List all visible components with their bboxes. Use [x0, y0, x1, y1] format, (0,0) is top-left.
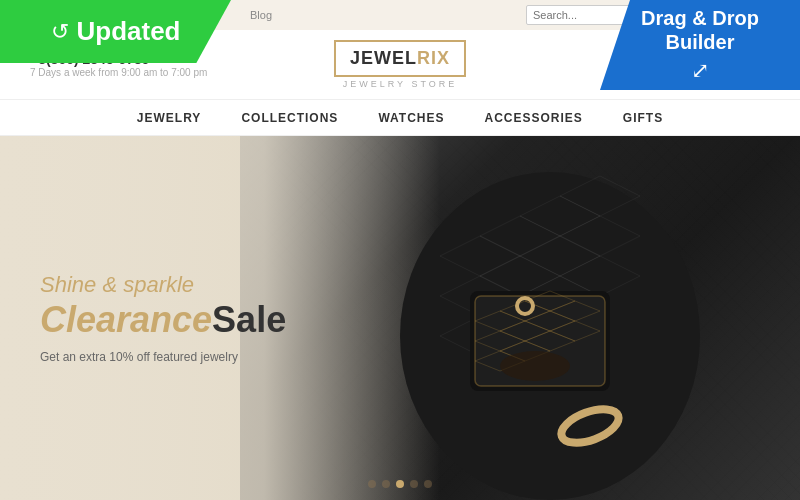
logo-text-accent: RIX [417, 48, 450, 69]
logo-subtitle: Jewelry store [343, 79, 458, 89]
phone-hours: 7 Days a week from 9:00 am to 7:00 pm [30, 67, 207, 78]
hero-headline: ClearanceSale [40, 302, 286, 338]
hero-headline-sale: Sale [212, 299, 286, 340]
hero-section: Shine & sparkle ClearanceSale Get an ext… [0, 136, 800, 500]
dot-5[interactable] [424, 480, 432, 488]
blog-link[interactable]: Blog [250, 9, 272, 21]
hero-tagline-plain: Shine [40, 272, 102, 297]
hero-image [360, 136, 740, 500]
nav-item-collections[interactable]: COLLECTIONS [241, 111, 338, 125]
dot-3[interactable] [396, 480, 404, 488]
dot-2[interactable] [382, 480, 390, 488]
hero-content: Shine & sparkle ClearanceSale Get an ext… [0, 272, 326, 364]
refresh-icon: ↺ [51, 19, 69, 45]
svg-point-5 [500, 351, 570, 381]
dnd-badge: Drag & DropBuilder ⤢ [600, 0, 800, 90]
dnd-title: Drag & DropBuilder [641, 6, 759, 54]
nav-bar: JEWELRY COLLECTIONS WATCHES ACCESSORIES … [0, 100, 800, 136]
hero-tagline: Shine & sparkle [40, 272, 286, 298]
updated-text: Updated [77, 16, 181, 47]
dot-1[interactable] [368, 480, 376, 488]
dot-4[interactable] [410, 480, 418, 488]
updated-badge: ↺ Updated [0, 0, 231, 63]
hero-dots [368, 480, 432, 488]
hero-tagline-accent: & sparkle [102, 272, 194, 297]
nav-item-gifts[interactable]: GIFTS [623, 111, 663, 125]
nav-item-jewelry[interactable]: JEWELRY [137, 111, 202, 125]
logo-box: JEWEL RIX [334, 40, 466, 77]
dnd-icon: ⤢ [691, 58, 709, 84]
hero-headline-clearance: Clearance [40, 299, 212, 340]
hero-subtext: Get an extra 10% off featured jewelry [40, 350, 286, 364]
hero-fashion-svg [380, 136, 720, 500]
nav-item-watches[interactable]: WATCHES [378, 111, 444, 125]
logo[interactable]: JEWEL RIX Jewelry store [334, 40, 466, 89]
nav-item-accessories[interactable]: ACCESSORIES [484, 111, 582, 125]
logo-text-main: JEWEL [350, 48, 417, 69]
